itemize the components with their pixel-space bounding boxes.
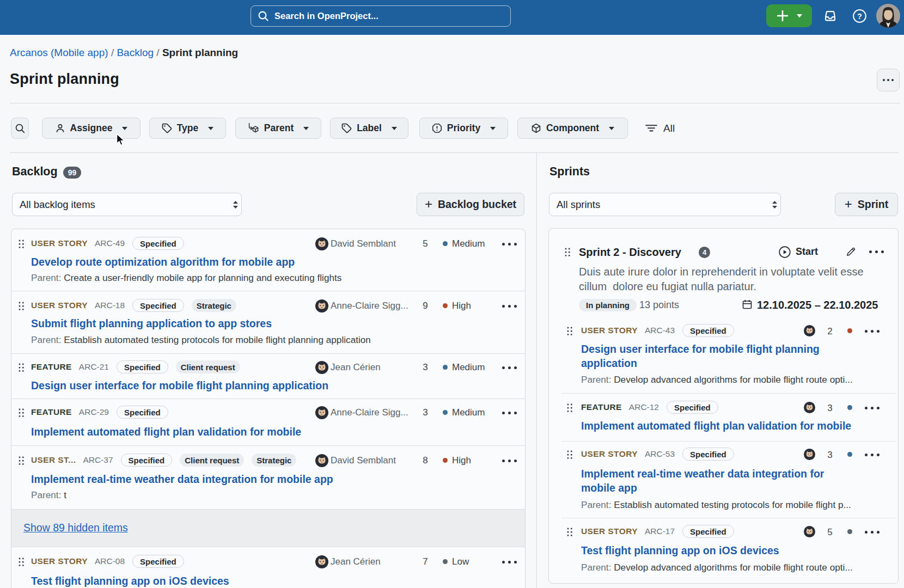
svg-text:?: ? bbox=[857, 12, 862, 21]
